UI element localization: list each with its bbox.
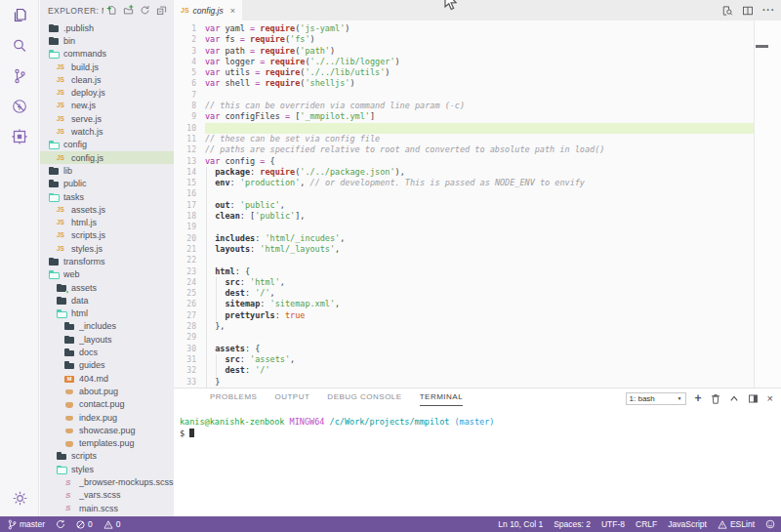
- close-panel-icon[interactable]: ×: [767, 392, 773, 404]
- code-line-2[interactable]: 2var fs = require('fs'): [174, 34, 754, 45]
- panel-tab-terminal[interactable]: TERMINAL: [420, 389, 463, 406]
- kill-terminal-icon[interactable]: [711, 393, 720, 404]
- code-line-16[interactable]: 16: [174, 188, 754, 199]
- maximize-panel-icon[interactable]: [729, 394, 739, 402]
- code-line-32[interactable]: 32 dest: '/': [174, 365, 754, 376]
- tree-item--browser-mockups-scss[interactable]: _browser-mockups.scss: [40, 475, 174, 488]
- tree-item--publish[interactable]: .publish: [40, 21, 174, 34]
- status-item-eslint[interactable]: ESLint: [718, 519, 755, 529]
- tree-item-transforms[interactable]: transforms: [40, 255, 174, 267]
- code-line-25[interactable]: 25 dest: '/',: [174, 288, 754, 299]
- tree-item-assets-js[interactable]: assets.js: [40, 203, 174, 216]
- status-item-utf-8[interactable]: UTF-8: [601, 519, 625, 529]
- code-line-18[interactable]: 18 clean: ['public'],: [174, 211, 754, 222]
- tree-item-watch-js[interactable]: watch.js: [40, 125, 174, 138]
- code-line-21[interactable]: 21 layouts: 'html/_layouts',: [174, 244, 754, 255]
- tree-item-data[interactable]: data: [40, 294, 174, 307]
- panel-tab-debug-console[interactable]: DEBUG CONSOLE: [327, 389, 401, 406]
- source-control-icon[interactable]: [0, 61, 39, 91]
- collapse-all-icon[interactable]: [153, 3, 170, 19]
- tree-item-serve-js[interactable]: serve.js: [40, 112, 174, 125]
- tree-item-about-pug[interactable]: about.pug: [40, 385, 174, 397]
- new-terminal-icon[interactable]: +: [695, 391, 702, 405]
- status-item-crlf[interactable]: CRLF: [636, 519, 657, 529]
- code-line-13[interactable]: 13var config = {: [174, 156, 754, 167]
- tree-item-docs[interactable]: docs: [40, 346, 174, 358]
- code-line-17[interactable]: 17 out: 'public',: [174, 200, 754, 211]
- tab-close-icon[interactable]: ×: [230, 6, 235, 16]
- code-line-11[interactable]: 11// these can be set via config file: [174, 134, 754, 144]
- tree-item-web[interactable]: web: [40, 268, 174, 281]
- code-line-23[interactable]: 23 html: {: [174, 266, 754, 277]
- tree-item-build-js[interactable]: build.js: [40, 61, 174, 73]
- settings-gear-icon[interactable]: [0, 487, 39, 509]
- status-item-0[interactable]: 0: [103, 519, 121, 529]
- tree-item-scripts[interactable]: scripts: [40, 450, 174, 463]
- code-line-28[interactable]: 28 },: [174, 321, 754, 332]
- refresh-icon[interactable]: [137, 3, 153, 19]
- tree-item-bin[interactable]: bin: [40, 34, 174, 47]
- new-file-icon[interactable]: [103, 3, 120, 19]
- status-item-sync[interactable]: [56, 519, 65, 529]
- code-line-10[interactable]: 10: [174, 123, 754, 134]
- code-line-31[interactable]: 31 src: 'assets',: [174, 354, 754, 365]
- status-item-smiley[interactable]: [765, 519, 775, 529]
- tree-item-styles-js[interactable]: styles.js: [40, 242, 174, 255]
- tree-item-contact-pug[interactable]: contact.pug: [40, 398, 174, 411]
- tree-item-scripts-js[interactable]: scripts.js: [40, 229, 174, 242]
- extensions-icon[interactable]: [0, 121, 39, 151]
- terminal-content[interactable]: kanis@kanishk-zenbook MINGW64 /c/Work/pr…: [174, 406, 781, 439]
- tree-item--includes[interactable]: _includes: [40, 320, 174, 333]
- tree-item--vars-scss[interactable]: _vars.scss: [40, 489, 174, 502]
- code-line-12[interactable]: 12// paths are specified relative to roo…: [174, 144, 754, 155]
- debug-icon[interactable]: [0, 91, 39, 121]
- tree-item-main-scss[interactable]: main.scss: [40, 502, 174, 514]
- tree-item-deploy-js[interactable]: deploy.js: [40, 86, 174, 99]
- code-area[interactable]: 1var yaml = require('js-yaml')2var fs = …: [174, 20, 754, 388]
- file-search-icon[interactable]: [721, 5, 733, 17]
- code-line-15[interactable]: 15 env: 'production', // or development.…: [174, 178, 754, 188]
- code-line-19[interactable]: 19: [174, 222, 754, 232]
- code-line-1[interactable]: 1var yaml = require('js-yaml'): [174, 23, 754, 34]
- tree-item-html-js[interactable]: html.js: [40, 216, 174, 228]
- tree-item-new-js[interactable]: new.js: [40, 100, 174, 112]
- code-line-24[interactable]: 24 src: 'html',: [174, 277, 754, 288]
- search-icon[interactable]: [0, 30, 39, 61]
- code-line-27[interactable]: 27 prettyurls: true: [174, 310, 754, 321]
- tree-item-html[interactable]: html: [40, 307, 174, 320]
- status-item-0[interactable]: 0: [76, 519, 93, 529]
- code-line-4[interactable]: 4var logger = require('./../lib/logger'): [174, 57, 754, 67]
- tree-item-index-pug[interactable]: index.pug: [40, 411, 174, 424]
- terminal-select[interactable]: 1: bash ▼: [626, 392, 686, 405]
- code-line-30[interactable]: 30 assets: {: [174, 344, 754, 354]
- tree-item-config-js[interactable]: config.js: [40, 151, 174, 164]
- tree-item--layouts[interactable]: _layouts: [40, 333, 174, 346]
- tree-item-config[interactable]: config: [40, 139, 174, 151]
- tree-item-404-md[interactable]: 404.md: [40, 372, 174, 385]
- code-line-8[interactable]: 8// this can be overriden via command li…: [174, 101, 754, 111]
- split-editor-icon[interactable]: [742, 5, 754, 17]
- tree-item-styles[interactable]: styles: [40, 463, 174, 475]
- status-item-spaces-2[interactable]: Spaces: 2: [554, 519, 591, 529]
- tree-item-public[interactable]: public: [40, 178, 174, 190]
- overview-ruler[interactable]: [754, 20, 781, 388]
- tree-item-showcase-pug[interactable]: showcase.pug: [40, 424, 174, 436]
- status-item-ln-10-col-1[interactable]: Ln 10, Col 1: [498, 519, 543, 529]
- code-line-6[interactable]: 6var shell = require('shelljs'): [174, 78, 754, 89]
- code-line-29[interactable]: 29: [174, 332, 754, 343]
- tree-item-guides[interactable]: guides: [40, 359, 174, 372]
- code-line-26[interactable]: 26 sitemap: 'sitemap.xml',: [174, 299, 754, 309]
- panel-tab-output[interactable]: OUTPUT: [274, 389, 309, 406]
- more-actions-icon[interactable]: ···: [762, 5, 775, 16]
- code-line-20[interactable]: 20 includes: 'html/_incudes',: [174, 233, 754, 244]
- status-item-master[interactable]: master: [8, 519, 45, 530]
- tree-item-assets[interactable]: assets: [40, 281, 174, 294]
- code-line-3[interactable]: 3var path = require('path'): [174, 46, 754, 57]
- explorer-icon[interactable]: [0, 0, 39, 30]
- tree-item-clean-js[interactable]: clean.js: [40, 73, 174, 86]
- tree-item-lib[interactable]: lib: [40, 164, 174, 177]
- code-line-33[interactable]: 33 }: [174, 377, 754, 388]
- tree-item-templates-pug[interactable]: templates.pug: [40, 437, 174, 450]
- code-line-5[interactable]: 5var utils = require('./../lib/utils'): [174, 67, 754, 78]
- code-line-9[interactable]: 9var configFiles = ['_mmpilot.yml']: [174, 111, 754, 122]
